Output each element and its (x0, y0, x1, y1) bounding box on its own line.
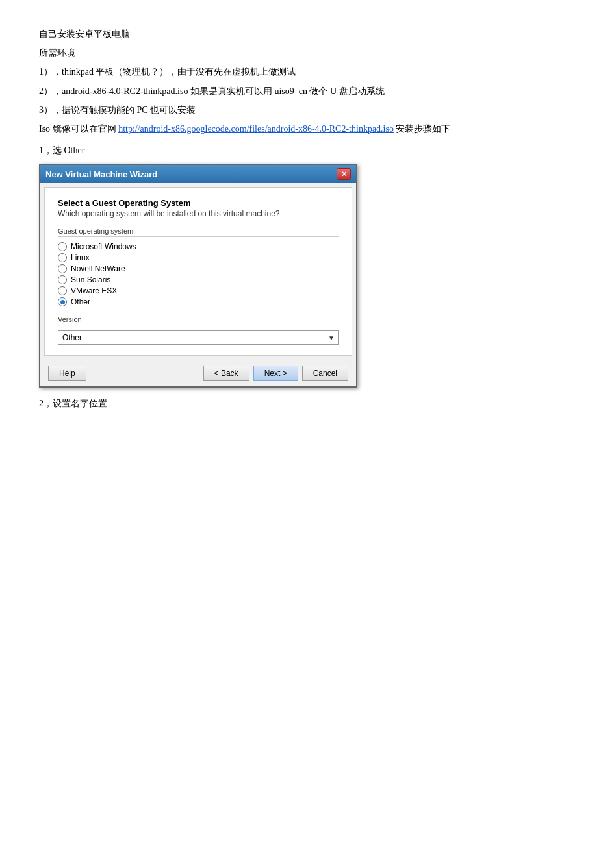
radio-circle-windows (58, 242, 67, 251)
radio-circle-solaris (58, 275, 67, 284)
os-section-label: Guest operating system (58, 227, 339, 237)
radio-item-windows[interactable]: Microsoft Windows (58, 242, 339, 251)
radio-label-novell: Novell NetWare (71, 264, 125, 273)
help-button[interactable]: Help (48, 366, 86, 381)
close-icon: ✕ (341, 170, 347, 179)
step1-label: 1，选 Other (39, 142, 575, 158)
radio-item-novell[interactable]: Novell NetWare (58, 264, 339, 273)
article-link[interactable]: http://android-x86.googlecode.com/files/… (118, 124, 394, 134)
radio-circle-linux (58, 253, 67, 262)
page-spacer (39, 416, 575, 546)
dialog-subheading: Which operating system will be installed… (58, 209, 339, 218)
article-line2: 1），thinkpad 平板（物理机？），由于没有先在虚拟机上做测试 (39, 64, 575, 80)
article-line5-post: 安装步骤如下 (394, 124, 451, 134)
os-radio-group: Microsoft Windows Linux Novell NetWare S… (58, 242, 339, 306)
radio-item-vmwareesx[interactable]: VMware ESX (58, 286, 339, 295)
dialog-body: Select a Guest Operating System Which op… (44, 187, 352, 356)
radio-label-linux: Linux (71, 253, 90, 262)
radio-label-windows: Microsoft Windows (71, 242, 136, 251)
dialog-title: New Virtual Machine Wizard (45, 169, 157, 179)
article-line5-pre: Iso 镜像可以在官网 (39, 124, 118, 134)
dialog-titlebar: New Virtual Machine Wizard ✕ (40, 165, 356, 183)
version-dropdown[interactable]: Other (58, 330, 339, 345)
cancel-button[interactable]: Cancel (302, 366, 348, 381)
article-line3: 2），android-x86-4.0-RC2-thinkpad.iso 如果是真… (39, 83, 575, 99)
radio-label-solaris: Sun Solaris (71, 275, 110, 284)
version-section-label: Version (58, 316, 339, 325)
radio-circle-other (58, 297, 67, 306)
radio-item-linux[interactable]: Linux (58, 253, 339, 262)
vmware-dialog: New Virtual Machine Wizard ✕ Select a Gu… (39, 164, 357, 388)
dialog-close-button[interactable]: ✕ (337, 168, 351, 180)
radio-label-vmwareesx: VMware ESX (71, 286, 117, 295)
next-button[interactable]: Next > (253, 366, 298, 381)
dialog-heading: Select a Guest Operating System (58, 198, 339, 208)
article-line1: 所需环境 (39, 45, 575, 61)
version-dropdown-wrapper: Other ▼ (58, 330, 339, 345)
radio-circle-vmwareesx (58, 286, 67, 295)
article-body: 自己安装安卓平板电脑 所需环境 1），thinkpad 平板（物理机？），由于没… (39, 26, 575, 158)
radio-circle-novell (58, 264, 67, 273)
article-line4: 3），据说有触摸功能的 PC 也可以安装 (39, 102, 575, 118)
back-button[interactable]: < Back (203, 366, 249, 381)
step2-label: 2，设置名字位置 (39, 395, 575, 412)
radio-item-solaris[interactable]: Sun Solaris (58, 275, 339, 284)
version-section: Version Other ▼ (58, 316, 339, 345)
radio-item-other[interactable]: Other (58, 297, 339, 306)
version-value: Other (62, 333, 82, 342)
article-title: 自己安装安卓平板电脑 (39, 26, 575, 42)
footer-right-buttons: < Back Next > Cancel (203, 366, 348, 381)
dialog-footer: Help < Back Next > Cancel (40, 360, 356, 386)
article-line5: Iso 镜像可以在官网 http://android-x86.googlecod… (39, 121, 575, 137)
radio-label-other: Other (71, 297, 90, 306)
dialog-wrapper: New Virtual Machine Wizard ✕ Select a Gu… (39, 164, 575, 388)
